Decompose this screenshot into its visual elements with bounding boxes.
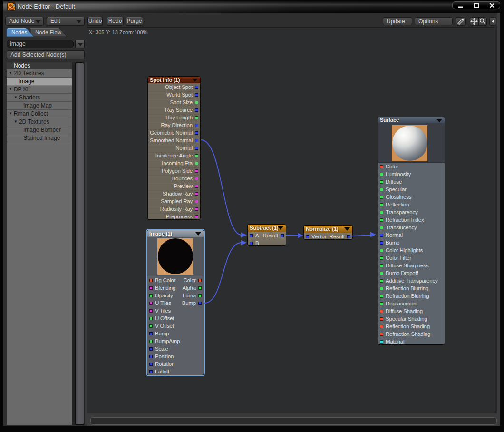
svg-text:Node Flow: Node Flow	[35, 29, 62, 35]
svg-text:M: M	[13, 3, 16, 6]
svg-text:Nodes: Nodes	[11, 29, 27, 35]
